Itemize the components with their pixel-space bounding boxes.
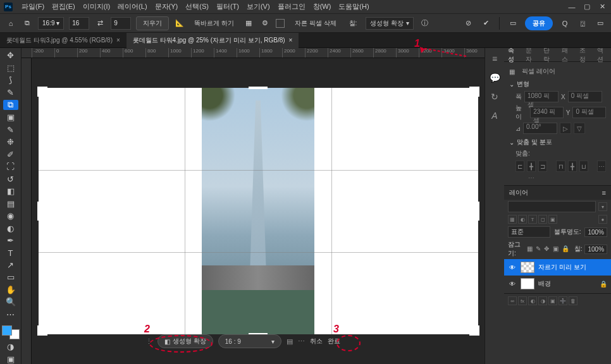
panel-tab-para[interactable]: 단락 (540, 48, 557, 61)
blend-mode-dropdown[interactable]: 표준 (508, 226, 550, 238)
height-input[interactable]: 2340 픽셀 (530, 107, 564, 118)
glyphs-icon[interactable]: A (489, 110, 500, 121)
ratio-height-input[interactable]: 9 (111, 17, 131, 30)
visibility-icon[interactable]: 👁 (508, 263, 517, 272)
tab-close-icon[interactable]: × (116, 37, 120, 44)
maximize-icon[interactable]: ▢ (582, 2, 592, 12)
eraser-tool-icon[interactable]: ◧ (3, 186, 18, 196)
layer-mask-icon[interactable]: ◐ (528, 296, 537, 305)
marquee-tool-icon[interactable]: ⬚ (3, 63, 18, 72)
lasso-tool-icon[interactable]: ⟆ (3, 75, 18, 85)
aspect-ratio-preset[interactable]: 16:9 ▾ (38, 17, 64, 30)
align-top-icon[interactable]: ⊓ (556, 161, 565, 172)
trash-icon[interactable]: 🗑 (569, 296, 577, 305)
crop-handle-br[interactable] (469, 325, 479, 336)
straighten-icon[interactable]: 📐 (174, 18, 185, 29)
eyedropper-tool-icon[interactable]: ✎ (3, 124, 18, 134)
tab-close-icon[interactable]: × (289, 37, 293, 44)
menu-filter[interactable]: 필터(T) (213, 2, 243, 11)
menu-image[interactable]: 이미지(I) (79, 2, 114, 11)
document-tab-2[interactable]: 롯데월드 타워4.jpg @ 25% (자르기 미리 보기, RGB/8)× (127, 33, 299, 48)
shape-tool-icon[interactable]: ▭ (3, 272, 18, 282)
frame-tool-icon[interactable]: ▣ (3, 112, 18, 122)
crop-handle-tr[interactable] (469, 87, 479, 97)
close-icon[interactable]: ✕ (597, 2, 607, 12)
properties-more-icon[interactable]: ⋯ (509, 174, 553, 181)
menu-file[interactable]: 파일(F) (18, 2, 48, 11)
crop-handle-r[interactable] (477, 202, 479, 221)
filter-type-icon[interactable]: T (528, 215, 537, 224)
menu-edit[interactable]: 편집(E) (48, 2, 79, 11)
history-brush-tool-icon[interactable]: ↺ (3, 174, 18, 183)
align-header[interactable]: ⌄맞춤 및 분포 (509, 138, 606, 147)
panel-tab-adjust[interactable]: 조정 (576, 48, 593, 61)
angle-input[interactable]: 0.00° (523, 123, 557, 134)
link-layers-icon[interactable]: ∞ (508, 296, 517, 305)
path-tool-icon[interactable]: ↗ (3, 260, 18, 270)
lock-pos-icon[interactable]: ✥ (544, 245, 550, 253)
layer-fx-icon[interactable]: fx (518, 296, 527, 305)
straighten-button[interactable]: 똑바르게 하기 (190, 19, 238, 28)
y-input[interactable]: 0 픽셀 (572, 107, 606, 118)
cancel-button[interactable]: 취소 (310, 337, 323, 346)
workspace-icon[interactable]: ▭ (507, 18, 519, 29)
filter-toggle-icon[interactable]: ● (598, 215, 607, 224)
lock-artboard-icon[interactable]: ▣ (553, 245, 559, 253)
align-hcenter-icon[interactable]: ╋ (527, 161, 536, 172)
align-bottom-icon[interactable]: ⊔ (579, 161, 588, 172)
menu-type[interactable]: 문자(Y) (151, 2, 182, 11)
layer-row-background[interactable]: 👁 배경 🔒 (504, 276, 611, 292)
align-vcenter-icon[interactable]: ╋ (568, 161, 577, 172)
toolbox-more-icon[interactable]: ⋯ (3, 310, 18, 319)
delete-cropped-checkbox[interactable] (276, 19, 285, 28)
layer-row-preview[interactable]: 👁 자르기 미리 보기 (504, 259, 611, 276)
crop-handle-tl[interactable] (37, 87, 47, 97)
pen-tool-icon[interactable]: ✒ (3, 236, 18, 245)
panel-icon-1[interactable]: ≡ (489, 53, 500, 64)
filter-kind-icon[interactable]: ▾ (598, 202, 607, 211)
settings-gear-icon[interactable]: ⚙ (259, 18, 271, 29)
visibility-icon[interactable]: 👁 (508, 279, 517, 288)
crop-handle-l[interactable] (37, 202, 40, 221)
home-icon[interactable]: ⌂ (5, 18, 16, 29)
quick-select-tool-icon[interactable]: ✎ (3, 87, 18, 97)
panel-tab-actions[interactable]: 액션 (593, 48, 611, 61)
crop-tool-icon[interactable]: ⧉ (3, 100, 18, 110)
mask-mode-icon[interactable]: ◑ (3, 342, 18, 351)
clear-button[interactable]: 지우기 (136, 16, 169, 30)
lock-all-icon[interactable]: 🔒 (562, 245, 569, 253)
transform-header[interactable]: ⌄변형 (509, 80, 606, 88)
menu-layer[interactable]: 레이어(L) (114, 2, 151, 11)
commit-crop-icon[interactable]: ✔ (480, 18, 491, 29)
filter-adjust-icon[interactable]: ◐ (518, 215, 527, 224)
clone-tool-icon[interactable]: ⛶ (3, 162, 18, 171)
document-tab-1[interactable]: 롯데월드 타워3.jpg @ 4.55% (RGB/8)× (0, 33, 127, 48)
menu-window[interactable]: 창(W) (309, 2, 335, 11)
type-tool-icon[interactable]: T (3, 248, 18, 257)
lock-paint-icon[interactable]: ✎ (536, 245, 542, 253)
grid-overlay-icon[interactable]: ▦ (243, 18, 254, 29)
comments-icon[interactable]: 💬 (489, 72, 500, 83)
screen-mode-icon[interactable]: ▣ (3, 354, 18, 363)
ctx-icon[interactable]: ▤ (287, 337, 293, 346)
lock-icon[interactable]: 🔒 (600, 281, 607, 288)
panel-tab-properties[interactable]: 속성 (504, 48, 522, 61)
menu-plugins[interactable]: 플러그인 (274, 2, 309, 11)
ratio-width-input[interactable]: 16 (69, 17, 89, 30)
layers-panel-title[interactable]: 레이어 (509, 188, 602, 197)
dodge-tool-icon[interactable]: ◐ (3, 223, 18, 233)
distribute-icon[interactable]: ⋯ (597, 161, 606, 172)
history-icon[interactable]: ↻ (489, 91, 500, 102)
swap-icon[interactable]: ⇄ (94, 18, 106, 29)
crop-handle-t[interactable] (249, 87, 268, 89)
zoom-tool-icon[interactable]: 🔍 (3, 297, 18, 306)
ratio-dropdown[interactable]: 16 : 9▾ (218, 334, 281, 348)
lock-trans-icon[interactable]: ▦ (527, 245, 533, 253)
panel-flyout-icon[interactable]: ≡ (602, 189, 606, 197)
fill-mode-dropdown[interactable]: 생성형 확장▾ (366, 17, 414, 30)
brush-tool-icon[interactable]: ✐ (3, 149, 18, 159)
new-layer-icon[interactable]: ➕ (559, 296, 567, 305)
search-icon[interactable]: Q (559, 18, 571, 29)
width-input[interactable]: 1080 픽셀 (524, 91, 559, 102)
crop-handle-bl[interactable] (37, 325, 47, 336)
